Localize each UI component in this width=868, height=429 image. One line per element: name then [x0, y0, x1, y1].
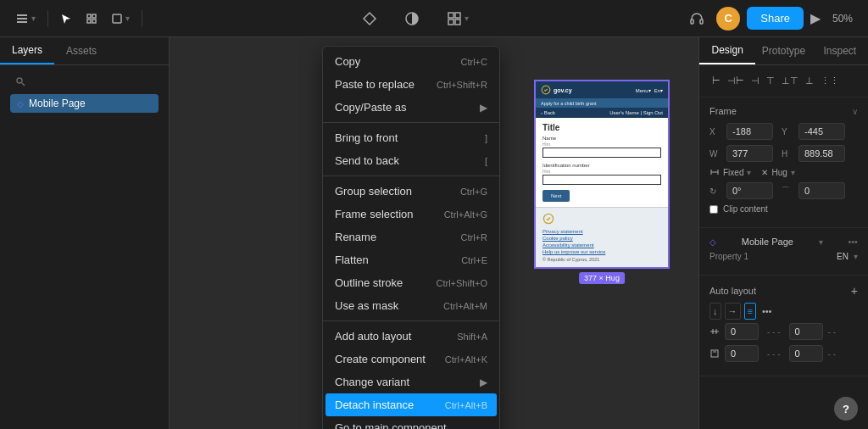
menu-item-copy-paste-as[interactable]: Copy/Paste as ▶	[323, 96, 499, 119]
shape-tool[interactable]: ▾	[106, 9, 135, 28]
menu-item-detach[interactable]: Detach instance Ctrl+Alt+B	[326, 393, 497, 416]
align-center-h[interactable]: ⊣⊢	[725, 74, 747, 88]
mobile-frame-container: gov.cy Menu▾ En▾ Apply for a child birth…	[534, 80, 670, 269]
menu-item-copy[interactable]: Copy Ctrl+C	[323, 50, 499, 73]
menu-item-group[interactable]: Group selection Ctrl+G	[323, 180, 499, 203]
distribute[interactable]: ⋮⋮	[818, 74, 842, 88]
canvas-area[interactable]: gov.cy Menu▾ En▾ Apply for a child birth…	[170, 37, 698, 429]
frame-tool[interactable]	[81, 9, 103, 28]
align-bottom[interactable]: ⊥	[803, 74, 816, 88]
menu-item-auto-layout[interactable]: Add auto layout Shift+A	[323, 325, 499, 348]
id-input[interactable]	[542, 175, 661, 185]
panel-tabs: Layers Assets	[0, 37, 169, 65]
padding-input2[interactable]	[789, 345, 823, 362]
left-panel: Layers Assets ◇ Mobile Page	[0, 37, 170, 429]
tab-inspect[interactable]: Inspect	[812, 37, 868, 64]
tagline-text: Apply for a child birth grant	[541, 101, 596, 106]
tab-prototype[interactable]: Prototype	[755, 37, 811, 64]
id-hint: Hint	[542, 169, 661, 174]
gap-input[interactable]	[725, 323, 759, 340]
headphone-button[interactable]	[684, 8, 709, 30]
user-avatar[interactable]: C	[716, 7, 740, 31]
improve-link[interactable]: Help us improve our service	[542, 249, 661, 254]
layout-align-icon[interactable]: ≡	[744, 303, 756, 320]
menu-go-main-label: Go to main component	[335, 421, 447, 429]
name-label: Name	[542, 136, 661, 141]
menu-item-bring-front[interactable]: Bring to front ]	[323, 126, 499, 149]
gap-dots: - - -	[767, 327, 781, 337]
next-button[interactable]: Next	[542, 190, 570, 202]
menu-rename-label: Rename	[335, 231, 376, 243]
svg-rect-7	[113, 14, 121, 23]
tab-assets[interactable]: Assets	[54, 37, 108, 64]
y-input[interactable]	[798, 123, 845, 140]
toolbar-center-tools: ▾	[153, 8, 677, 30]
menu-copy-shortcut: Ctrl+C	[461, 57, 487, 67]
theme-tool[interactable]	[399, 8, 425, 30]
play-button[interactable]: ▶	[810, 10, 821, 26]
tab-design[interactable]: Design	[699, 37, 755, 64]
rotate-input[interactable]	[726, 182, 773, 199]
help-container: ?	[834, 397, 858, 421]
svg-line-16	[22, 83, 25, 86]
cookie-link[interactable]: Cookie policy	[542, 236, 661, 241]
menu-item-send-back[interactable]: Send to back [	[323, 149, 499, 172]
w-label: W	[709, 149, 721, 159]
layout-right-icon[interactable]: →	[725, 303, 741, 320]
divider-2	[142, 10, 142, 27]
menu-item-mask[interactable]: Use as mask Ctrl+Alt+M	[323, 294, 499, 317]
auto-layout-add[interactable]: +	[851, 284, 858, 298]
tab-layers[interactable]: Layers	[0, 37, 54, 64]
layer-mobile-page[interactable]: ◇ Mobile Page	[10, 94, 159, 113]
menu-item-flatten[interactable]: Flatten Ctrl+E	[323, 248, 499, 271]
gap-input2[interactable]	[789, 323, 823, 340]
clip-content-checkbox[interactable]	[709, 205, 718, 214]
align-left[interactable]: ⊢	[709, 74, 723, 88]
context-menu: Copy Ctrl+C Paste to replace Ctrl+Shift+…	[322, 46, 500, 429]
size-label: 377 × Hug	[579, 272, 625, 284]
menu-item-frame[interactable]: Frame selection Ctrl+Alt+G	[323, 203, 499, 226]
menu-send-shortcut: [	[485, 156, 487, 166]
component-diamond: ◇	[709, 237, 716, 247]
fixed-label: Fixed	[723, 168, 743, 177]
name-input[interactable]	[542, 148, 661, 158]
grid-tool[interactable]: ▾	[442, 8, 474, 30]
menu-detach-label: Detach instance	[335, 398, 414, 411]
align-middle-v[interactable]: ⊥⊤	[779, 74, 801, 88]
constraint-row: Fixed ▾ ✕ Hug ▾	[709, 167, 858, 177]
x-input[interactable]	[726, 123, 773, 140]
menu-item-create-component[interactable]: Create component Ctrl+Alt+K	[323, 348, 499, 370]
svg-rect-25	[711, 350, 718, 357]
menu-item-outline[interactable]: Outline stroke Ctrl+Shift+O	[323, 271, 499, 294]
x-label: X	[709, 127, 721, 136]
zoom-level[interactable]: 50%	[827, 9, 858, 28]
layout-down-icon[interactable]: ↓	[709, 303, 721, 320]
share-button[interactable]: Share	[747, 7, 804, 30]
divider-2	[323, 176, 499, 176]
align-top[interactable]: ⊤	[764, 74, 777, 88]
menu-item-rename[interactable]: Rename Ctrl+R	[323, 226, 499, 248]
w-input[interactable]	[726, 145, 773, 162]
auto-layout-controls: ↓ → ≡ •••	[709, 303, 858, 320]
gap-icon	[709, 326, 720, 337]
component-more[interactable]: •••	[848, 237, 858, 247]
accessibility-link[interactable]: Accessibility statement	[542, 242, 661, 248]
privacy-link[interactable]: Privacy statement	[542, 229, 661, 234]
h-input[interactable]	[798, 145, 845, 162]
menu-item-go-main[interactable]: Go to main component	[323, 416, 499, 429]
layer-label: Mobile Page	[29, 98, 86, 109]
component-tool[interactable]	[357, 8, 382, 30]
clip-content-label: Clip content	[723, 204, 768, 214]
svg-rect-13	[691, 20, 693, 24]
menu-button[interactable]: ▾	[10, 8, 41, 29]
help-button[interactable]: ?	[834, 397, 858, 421]
menu-item-change-variant[interactable]: Change variant ▶	[323, 370, 499, 393]
layout-more[interactable]: •••	[760, 304, 775, 318]
padding-input[interactable]	[725, 345, 759, 362]
corner-input[interactable]	[798, 182, 845, 199]
menu-create-comp-label: Create component	[335, 353, 426, 365]
select-tool[interactable]	[55, 9, 77, 28]
align-right[interactable]: ⊣	[748, 74, 762, 88]
menu-item-paste-replace[interactable]: Paste to replace Ctrl+Shift+R	[323, 73, 499, 96]
menu-outline-label: Outline stroke	[335, 276, 403, 289]
